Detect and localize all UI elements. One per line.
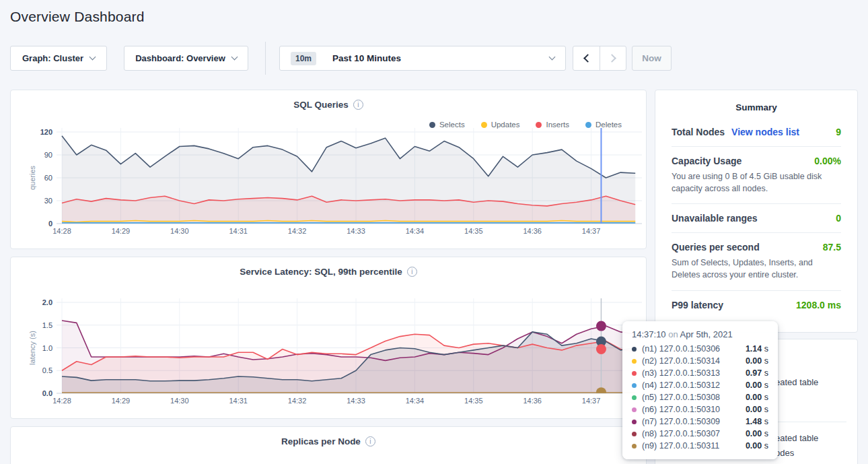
svg-text:1.0: 1.0 xyxy=(42,344,52,352)
graph-dropdown-label: Graph: Cluster xyxy=(22,53,83,63)
graph-dropdown[interactable]: Graph: Cluster xyxy=(10,46,107,71)
svg-text:14:31: 14:31 xyxy=(229,227,248,235)
info-icon[interactable]: i xyxy=(407,267,417,277)
tooltip-node-latency: 0.97 s xyxy=(746,368,768,378)
chevron-down-icon xyxy=(231,54,238,61)
tooltip-node-address: (n7) 127.0.0.1:50309 xyxy=(642,417,720,426)
svg-text:14:32: 14:32 xyxy=(288,397,307,405)
tooltip-node-row: (n3) 127.0.0.1:503130.97 s xyxy=(632,367,768,379)
svg-text:14:31: 14:31 xyxy=(229,397,248,405)
svg-text:14:34: 14:34 xyxy=(406,227,425,235)
svg-text:0.5: 0.5 xyxy=(42,366,52,374)
tooltip-timestamp: 14:37:10 on Apr 5th, 2021 xyxy=(632,329,768,339)
tooltip-node-latency: 1.14 s xyxy=(746,344,768,354)
summary-label: Total Nodes xyxy=(672,127,725,137)
series-dot-icon xyxy=(632,420,637,424)
event-item-fragment: eated table xyxy=(775,433,818,443)
time-range-label: Past 10 Minutes xyxy=(332,53,401,63)
tooltip-node-latency: 1.48 s xyxy=(746,417,768,426)
tooltip-node-address: (n9) 127.0.0.1:50311 xyxy=(642,441,719,451)
svg-text:14:28: 14:28 xyxy=(52,397,71,405)
tooltip-node-address: (n3) 127.0.0.1:50313 xyxy=(642,368,720,378)
series-dot-icon xyxy=(632,359,637,364)
svg-text:1.5: 1.5 xyxy=(42,321,52,329)
series-dot-icon xyxy=(632,444,637,449)
tooltip-node-row: (n9) 127.0.0.1:503110.00 s xyxy=(632,440,768,452)
svg-text:14:34: 14:34 xyxy=(406,397,425,405)
summary-value: 1208.0 ms xyxy=(796,300,841,310)
svg-text:60: 60 xyxy=(44,174,52,182)
info-icon[interactable]: i xyxy=(365,436,375,446)
summary-value: 0 xyxy=(836,213,841,224)
chart-title: SQL Queries i xyxy=(11,100,646,110)
replicas-per-node-chart-card: Replicas per Node i xyxy=(10,426,647,464)
dashboard-dropdown[interactable]: Dashboard: Overview xyxy=(124,46,248,71)
tooltip-node-row: (n7) 127.0.0.1:503091.48 s xyxy=(632,416,768,428)
svg-text:14:29: 14:29 xyxy=(112,227,131,235)
chevron-left-icon xyxy=(583,54,592,63)
svg-text:14:30: 14:30 xyxy=(170,397,189,405)
summary-value: 87.5 xyxy=(823,242,841,253)
svg-text:90: 90 xyxy=(44,151,52,159)
event-item-fragment: odes xyxy=(775,448,794,458)
service-latency-chart[interactable]: 0.00.51.01.52.014:2814:2914:3014:3114:32… xyxy=(11,294,646,418)
sql-queries-chart[interactable]: 030609012014:2814:2914:3014:3114:3214:33… xyxy=(11,125,646,241)
summary-label: Queries per second xyxy=(672,242,760,253)
view-nodes-list-link[interactable]: View nodes list xyxy=(731,127,799,137)
summary-row: P99 latency1208.0 ms xyxy=(672,291,841,319)
tooltip-node-row: (n2) 127.0.0.1:503140.00 s xyxy=(632,355,768,367)
svg-text:14:35: 14:35 xyxy=(464,397,483,405)
summary-label: Unavailable ranges xyxy=(672,213,758,224)
summary-description: You are using 0 B of 4.5 GiB usable disk… xyxy=(672,170,841,195)
series-dot-icon xyxy=(632,407,637,412)
tooltip-node-row: (n5) 127.0.0.1:503080.00 s xyxy=(632,391,768,403)
svg-text:14:36: 14:36 xyxy=(523,227,542,235)
series-dot-icon xyxy=(632,347,637,352)
svg-text:14:37: 14:37 xyxy=(582,397,601,405)
svg-text:14:33: 14:33 xyxy=(347,397,365,405)
summary-row: Queries per second87.5Sum of Selects, Up… xyxy=(672,233,841,290)
tooltip-node-latency: 0.00 s xyxy=(746,356,768,366)
chart-title: Replicas per Node i xyxy=(11,436,646,446)
svg-text:120: 120 xyxy=(40,128,52,136)
summary-row: Capacity Usage0.00%You are using 0 B of … xyxy=(672,147,841,204)
tooltip-node-row: (n8) 127.0.0.1:503070.00 s xyxy=(632,428,768,440)
tooltip-node-address: (n1) 127.0.0.1:50306 xyxy=(642,344,720,354)
svg-text:14:28: 14:28 xyxy=(52,227,71,235)
time-nav-group xyxy=(573,46,626,71)
toolbar-divider xyxy=(265,42,266,75)
tooltip-node-address: (n2) 127.0.0.1:50314 xyxy=(642,356,720,366)
tooltip-node-latency: 0.00 s xyxy=(746,429,768,438)
tooltip-node-latency: 0.00 s xyxy=(746,405,768,414)
svg-text:14:29: 14:29 xyxy=(112,397,131,405)
now-button[interactable]: Now xyxy=(632,46,672,71)
svg-text:latency (s): latency (s) xyxy=(28,331,36,365)
dashboard-dropdown-label: Dashboard: Overview xyxy=(135,53,225,63)
series-dot-icon xyxy=(632,432,637,436)
time-range-selector[interactable]: 10m Past 10 Minutes xyxy=(279,46,566,71)
tooltip-node-latency: 0.00 s xyxy=(746,441,768,451)
time-prev-button[interactable] xyxy=(573,46,600,70)
summary-value: 0.00% xyxy=(814,156,841,166)
svg-text:queries: queries xyxy=(28,165,36,190)
service-latency-chart-card: Service Latency: SQL, 99th percentile i … xyxy=(10,257,647,419)
chevron-down-icon xyxy=(549,54,556,61)
chevron-down-icon xyxy=(89,54,96,61)
summary-panel: Summary Total NodesView nodes list9Capac… xyxy=(655,90,858,333)
chart-hover-tooltip: 14:37:10 on Apr 5th, 2021 (n1) 127.0.0.1… xyxy=(622,321,778,459)
tooltip-node-address: (n6) 127.0.0.1:50310 xyxy=(642,405,720,414)
summary-row: Unavailable ranges0 xyxy=(672,204,841,233)
tooltip-node-row: (n4) 127.0.0.1:503120.00 s xyxy=(632,379,768,391)
time-next-button[interactable] xyxy=(600,46,626,70)
svg-text:14:30: 14:30 xyxy=(170,227,189,235)
summary-row: Total NodesView nodes list9 xyxy=(672,118,841,147)
series-dot-icon xyxy=(632,371,637,376)
tooltip-node-latency: 0.00 s xyxy=(746,393,768,402)
info-icon[interactable]: i xyxy=(353,100,363,110)
sql-queries-chart-card: SQL Queries i SelectsUpdatesInsertsDelet… xyxy=(10,90,647,249)
tooltip-node-address: (n5) 127.0.0.1:50308 xyxy=(642,393,720,402)
tooltip-node-row: (n1) 127.0.0.1:503061.14 s xyxy=(632,343,768,355)
series-dot-icon xyxy=(632,395,637,400)
tooltip-node-address: (n4) 127.0.0.1:50312 xyxy=(642,380,720,390)
svg-text:14:35: 14:35 xyxy=(464,227,483,235)
